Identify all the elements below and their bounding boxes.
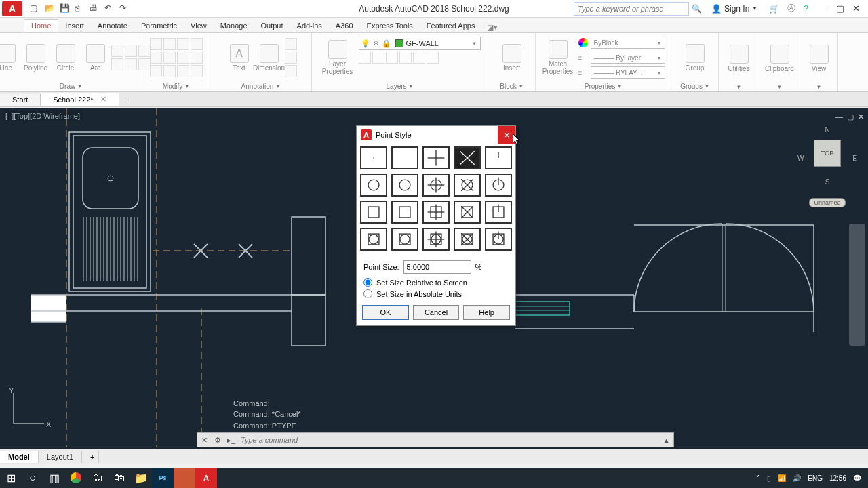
tab-express[interactable]: Express Tools bbox=[360, 20, 420, 32]
open-icon[interactable]: 📂 bbox=[45, 3, 56, 14]
viewcube-face[interactable]: TOP bbox=[814, 140, 841, 167]
start-icon[interactable]: ⊞ bbox=[0, 468, 22, 488]
tab-featured[interactable]: Featured Apps bbox=[420, 20, 482, 32]
point-style-circle[interactable] bbox=[391, 174, 418, 197]
tab-home[interactable]: Home bbox=[24, 19, 58, 32]
tab-view[interactable]: View bbox=[184, 20, 214, 32]
modify-grid[interactable] bbox=[150, 38, 203, 77]
ucs-icon[interactable]: Y X bbox=[7, 386, 54, 434]
point-style-sq-circle[interactable] bbox=[391, 228, 418, 251]
viewcube-s[interactable]: S bbox=[825, 178, 830, 186]
viewcube-view-name[interactable]: Unnamed bbox=[809, 198, 845, 207]
point-style-square[interactable] bbox=[391, 201, 418, 224]
dialog-close-button[interactable]: ✕ bbox=[498, 126, 515, 144]
command-line[interactable]: ✕ ⚙ ▸_ ▴ bbox=[197, 432, 674, 447]
tab-layout1[interactable]: Layout1 bbox=[39, 451, 82, 463]
tray-time[interactable]: 12:56 bbox=[829, 474, 846, 482]
point-style-square-plus[interactable] bbox=[422, 201, 450, 224]
dimension-button[interactable]: Dimension bbox=[255, 37, 283, 79]
tab-a360[interactable]: A360 bbox=[329, 20, 360, 32]
layer-tool-icon[interactable] bbox=[427, 52, 439, 64]
photoshop-icon[interactable]: Ps bbox=[152, 468, 174, 488]
add-tab-button[interactable]: + bbox=[119, 96, 136, 104]
dialog-titlebar[interactable]: A Point Style ✕ bbox=[357, 126, 515, 144]
tab-annotate[interactable]: Annotate bbox=[91, 20, 134, 32]
save-icon[interactable]: 💾 bbox=[60, 3, 71, 14]
viewcube-e[interactable]: E bbox=[852, 155, 857, 162]
line-button[interactable]: Line bbox=[0, 37, 20, 79]
cmd-close-icon[interactable]: ✕ bbox=[197, 433, 211, 447]
text-button[interactable]: AText bbox=[225, 37, 254, 79]
cmd-recent-icon[interactable]: ▴ bbox=[660, 433, 673, 447]
point-style-circle-x[interactable] bbox=[454, 174, 481, 197]
search-input[interactable] bbox=[574, 2, 689, 16]
tray-up-icon[interactable]: ˄ bbox=[757, 474, 760, 482]
autocad-taskbar-icon[interactable]: A bbox=[195, 468, 217, 488]
command-input[interactable] bbox=[238, 436, 660, 444]
folder-icon[interactable]: 📁 bbox=[130, 468, 152, 488]
point-style-sq-circle-tick[interactable] bbox=[485, 228, 512, 251]
saveas-icon[interactable]: ⎘ bbox=[75, 3, 85, 14]
viewcube[interactable]: N S W E TOP Unnamed bbox=[800, 129, 854, 190]
point-style-none[interactable] bbox=[391, 146, 418, 169]
layer-combo[interactable]: 💡❄🔒 GF-WALL ▼ bbox=[359, 37, 481, 50]
explorer-icon[interactable]: 🗂 bbox=[87, 468, 108, 488]
layer-tool-icon[interactable] bbox=[386, 52, 398, 64]
layer-tool-icon[interactable] bbox=[413, 52, 425, 64]
maximize-icon[interactable]: ▢ bbox=[836, 3, 844, 14]
annot-flyout[interactable] bbox=[285, 38, 297, 77]
lineweight-combo[interactable]: ——— BYLAY...▼ bbox=[591, 66, 665, 79]
signin-button[interactable]: 👤 Sign In ▼ bbox=[711, 4, 757, 14]
color-combo[interactable]: ByBlock▼ bbox=[591, 37, 665, 49]
app-logo-icon[interactable]: A bbox=[2, 1, 22, 16]
help-icon[interactable]: ? bbox=[804, 4, 808, 14]
tab-school222[interactable]: School 222*✕ bbox=[41, 93, 119, 106]
undo-icon[interactable]: ↶ bbox=[104, 3, 115, 14]
tray-notifications-icon[interactable]: 💬 bbox=[853, 474, 861, 482]
layer-tool-icon[interactable] bbox=[372, 52, 384, 64]
arc-button[interactable]: Arc bbox=[81, 37, 110, 79]
point-style-sq-circle-plus[interactable] bbox=[422, 228, 450, 251]
cancel-button[interactable]: Cancel bbox=[413, 305, 460, 320]
chrome-icon[interactable] bbox=[65, 468, 87, 488]
store-icon[interactable]: 🛍 bbox=[108, 468, 130, 488]
radio-relative[interactable] bbox=[363, 278, 372, 287]
print-icon[interactable]: 🖶 bbox=[90, 3, 100, 14]
utilities-button[interactable]: Utilities bbox=[725, 37, 753, 79]
clipboard-button[interactable]: Clipboard bbox=[766, 37, 794, 79]
ok-button[interactable]: OK bbox=[362, 305, 409, 320]
help-button[interactable]: Help bbox=[463, 305, 510, 320]
tab-start[interactable]: Start bbox=[0, 94, 41, 106]
point-style-x[interactable] bbox=[454, 146, 481, 169]
linetype-combo[interactable]: ——— ByLayer▼ bbox=[591, 52, 665, 64]
navigation-bar[interactable] bbox=[849, 224, 865, 346]
point-style-sq-circle-dot[interactable] bbox=[360, 228, 387, 251]
circle-button[interactable]: Circle bbox=[52, 37, 80, 79]
point-style-plus[interactable] bbox=[422, 146, 450, 169]
cmd-customize-icon[interactable]: ⚙ bbox=[211, 433, 224, 447]
point-style-sq-circle-x[interactable] bbox=[454, 228, 481, 251]
new-icon[interactable]: ▢ bbox=[30, 3, 41, 14]
close-icon[interactable]: ✕ bbox=[852, 3, 860, 14]
close-tab-icon[interactable]: ✕ bbox=[100, 95, 106, 104]
point-style-circle-dot[interactable] bbox=[360, 174, 387, 197]
tray-lang[interactable]: ENG bbox=[808, 474, 823, 482]
search-icon[interactable]: 🔍 bbox=[692, 4, 702, 14]
polyline-button[interactable]: Polyline bbox=[22, 37, 50, 79]
tab-parametric[interactable]: Parametric bbox=[134, 20, 184, 32]
add-layout-button[interactable]: + bbox=[82, 451, 99, 463]
tray-wifi-icon[interactable]: 📶 bbox=[778, 474, 786, 482]
radio-absolute[interactable] bbox=[363, 289, 372, 298]
exchange-icon[interactable]: 🛒 bbox=[769, 4, 779, 14]
point-style-circle-tick[interactable] bbox=[485, 174, 512, 197]
tray-battery-icon[interactable]: ▯ bbox=[767, 474, 771, 482]
tab-output[interactable]: Output bbox=[254, 20, 290, 32]
group-button[interactable]: Group bbox=[681, 37, 709, 79]
autodesk-icon[interactable]: Ⓐ bbox=[787, 3, 795, 14]
tab-manage[interactable]: Manage bbox=[214, 20, 254, 32]
layer-tool-icon[interactable] bbox=[359, 52, 371, 64]
viewcube-w[interactable]: W bbox=[797, 155, 804, 162]
point-style-circle-plus[interactable] bbox=[422, 174, 450, 197]
app-icon[interactable] bbox=[174, 468, 195, 488]
view-button[interactable]: View bbox=[805, 37, 833, 79]
